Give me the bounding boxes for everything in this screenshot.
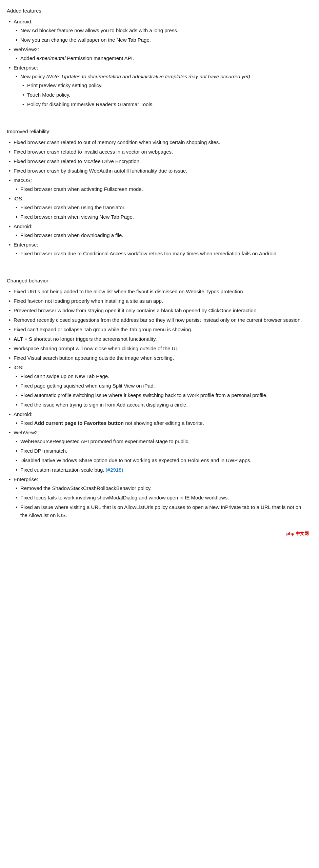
- list-item: Prevented browser window from staying op…: [7, 307, 309, 315]
- list-item-text: Disabled native Windows Share option due…: [20, 457, 252, 463]
- list-item-text: Now you can change the wallpaper on the …: [20, 37, 151, 43]
- list-item-text: New policy (Note: Updates to documentati…: [20, 74, 250, 79]
- list-item: macOS:Fixed browser crash when activatin…: [7, 176, 309, 193]
- list-item: Fixed browser crash related to McAfee Dr…: [7, 157, 309, 165]
- list-item: Fixed page getting squished when using S…: [14, 382, 309, 390]
- nested-list: New policy (Note: Updates to documentati…: [14, 73, 309, 108]
- list-item-text: Android:: [14, 223, 33, 229]
- list-item-text: Added experimental Permission management…: [20, 55, 134, 61]
- page-content: Added features:Android:New Ad blocker fe…: [7, 7, 309, 537]
- list-item-text: Policy for disabling Immersive Reader’s …: [27, 101, 154, 107]
- nested-list: Added experimental Permission management…: [14, 54, 309, 62]
- list-item-text: WebResourceResquested API promoted from …: [20, 438, 190, 444]
- list-item-text: Android:: [14, 411, 33, 417]
- nested-list: Removed the ShadowStackCrashRollbackBeha…: [14, 484, 309, 519]
- list-item: Disabled native Windows Share option due…: [14, 456, 309, 465]
- list-item: Fixed focus fails to work involving show…: [14, 494, 309, 502]
- list-item: Fixed Visual search button appearing out…: [7, 354, 309, 362]
- list-item-text: Fixed can’t expand or collapse Tab group…: [14, 327, 192, 332]
- list-item-text: Fixed browser crash when activating Full…: [20, 186, 143, 192]
- list-item-text: iOS:: [14, 364, 23, 370]
- list-item-text: New Ad blocker feature now allows you to…: [20, 27, 178, 33]
- section-improved-reliability: Improved reliability:Fixed browser crash…: [7, 127, 309, 258]
- list-item: WebView2:WebResourceResquested API promo…: [7, 429, 309, 474]
- list-item: Added experimental Permission management…: [14, 54, 309, 62]
- list-item-text: Fixed browser crash related to invalid a…: [14, 149, 173, 155]
- list-item-text: iOS:: [14, 196, 23, 201]
- list-item: ALT + S shortcut no longer triggers the …: [7, 335, 309, 343]
- list-item-text: Fixed browser crash related to McAfee Dr…: [14, 158, 141, 164]
- list-item: New Ad blocker feature now allows you to…: [14, 26, 309, 35]
- link[interactable]: (#2918): [106, 467, 123, 473]
- list-item-text: Fixed Visual search button appearing out…: [14, 355, 174, 361]
- list-item: Enterprise:New policy (Note: Updates to …: [7, 64, 309, 108]
- list-item-text: Fixed focus fails to work involving show…: [20, 495, 229, 500]
- section-changed-behavior: Changed behavior:Fixed URLs not being ad…: [7, 277, 309, 519]
- nested-list: Fixed Add current page to Favorites butt…: [14, 419, 309, 427]
- list-item: Print preview sticky setting policy.: [20, 81, 309, 90]
- nested-list: Fixed browser crash when activating Full…: [14, 185, 309, 193]
- list-item: Fixed automatic profile switching issue …: [14, 391, 309, 399]
- list-item: WebResourceResquested API promoted from …: [14, 437, 309, 446]
- nested-list: Print preview sticky setting policy.Touc…: [20, 81, 309, 108]
- list-item: Fixed custom rasterization scale bug. (#…: [14, 466, 309, 474]
- list-item: Fixed browser crash when downloading a f…: [14, 231, 309, 239]
- list-item-text: Removed recently closed suggestions from…: [14, 317, 302, 323]
- section-list: Fixed URLs not being added to the allow …: [7, 288, 309, 519]
- list-item-text: WebView2:: [14, 46, 39, 52]
- list-item: Fixed browser crash when viewing New Tab…: [14, 213, 309, 221]
- list-item-text: Enterprise:: [14, 65, 38, 71]
- list-item: Fixed DPI mismatch.: [14, 447, 309, 455]
- list-item: Fixed browser crash by disabling WebAuth…: [7, 167, 309, 175]
- list-item-text: WebView2:: [14, 430, 39, 435]
- list-item-text: Fixed automatic profile switching issue …: [20, 392, 267, 398]
- list-item: WebView2:Added experimental Permission m…: [7, 45, 309, 62]
- list-item: Workspace sharing prompt will now close …: [7, 344, 309, 353]
- list-item: Removed the ShadowStackCrashRollbackBeha…: [14, 484, 309, 492]
- section-list: Fixed browser crash related to out of me…: [7, 138, 309, 258]
- section-list: Android:New Ad blocker feature now allow…: [7, 18, 309, 108]
- list-item: Enterprise:Removed the ShadowStackCrashR…: [7, 475, 309, 519]
- list-item: Fixed an issue where visiting a URL that…: [14, 503, 309, 519]
- list-item-text: Fixed the issue when trying to sign in f…: [20, 402, 188, 408]
- list-item-text: Fixed DPI mismatch.: [20, 448, 67, 454]
- list-item: Policy for disabling Immersive Reader’s …: [20, 100, 309, 108]
- list-item-text: Print preview sticky setting policy.: [27, 82, 102, 88]
- list-item-text: Touch Mode policy.: [27, 92, 70, 98]
- list-item: Android:Fixed Add current page to Favori…: [7, 410, 309, 427]
- list-item-text: Removed the ShadowStackCrashRollbackBeha…: [20, 485, 152, 491]
- list-item-text: Fixed browser crash by disabling WebAuth…: [14, 168, 187, 174]
- list-item-text: Fixed an issue where visiting a URL that…: [20, 504, 301, 518]
- list-item: New policy (Note: Updates to documentati…: [14, 73, 309, 108]
- list-item: Fixed can’t expand or collapse Tab group…: [7, 326, 309, 334]
- list-item: Fixed the issue when trying to sign in f…: [14, 401, 309, 409]
- list-item: Fixed can’t swipe up on New Tab Page.: [14, 372, 309, 380]
- list-item: Enterprise:Fixed browser crash due to Co…: [7, 241, 309, 258]
- section-title: Added features:: [7, 7, 309, 15]
- list-item-text: ALT + S shortcut no longer triggers the …: [14, 336, 157, 342]
- list-item: Fixed browser crash related to out of me…: [7, 138, 309, 146]
- list-item: Fixed browser crash when activating Full…: [14, 185, 309, 193]
- list-item: Android:New Ad blocker feature now allow…: [7, 18, 309, 44]
- list-item: Now you can change the wallpaper on the …: [14, 36, 309, 44]
- section-added-features: Added features:Android:New Ad blocker fe…: [7, 7, 309, 108]
- list-item-text: Fixed browser crash when viewing New Tab…: [20, 214, 134, 220]
- list-item-text: Fixed browser crash when downloading a f…: [20, 232, 123, 238]
- list-item: Fixed browser crash related to invalid a…: [7, 148, 309, 156]
- nested-list: New Ad blocker feature now allows you to…: [14, 26, 309, 44]
- list-item: Fixed Add current page to Favorites butt…: [14, 419, 309, 427]
- list-item-text: Fixed Add current page to Favorites butt…: [20, 420, 204, 426]
- list-item-text: Prevented browser window from staying op…: [14, 308, 258, 313]
- footer: php 中文网: [7, 530, 309, 537]
- list-item: Fixed browser crash when using the trans…: [14, 203, 309, 212]
- list-item-text: Fixed page getting squished when using S…: [20, 383, 155, 389]
- list-item-text: Fixed can’t swipe up on New Tab Page.: [20, 373, 109, 379]
- list-item-text: Android:: [14, 19, 33, 24]
- list-item-text: Fixed URLs not being added to the allow …: [14, 289, 244, 294]
- list-item-text: macOS:: [14, 177, 32, 183]
- list-item-text: Fixed favicon not loading properly when …: [14, 298, 163, 304]
- list-item-text: Fixed browser crash related to out of me…: [14, 139, 220, 145]
- list-item-text: Enterprise:: [14, 242, 38, 248]
- nested-list: WebResourceResquested API promoted from …: [14, 437, 309, 474]
- list-item-text: Fixed custom rasterization scale bug. (#…: [20, 467, 123, 473]
